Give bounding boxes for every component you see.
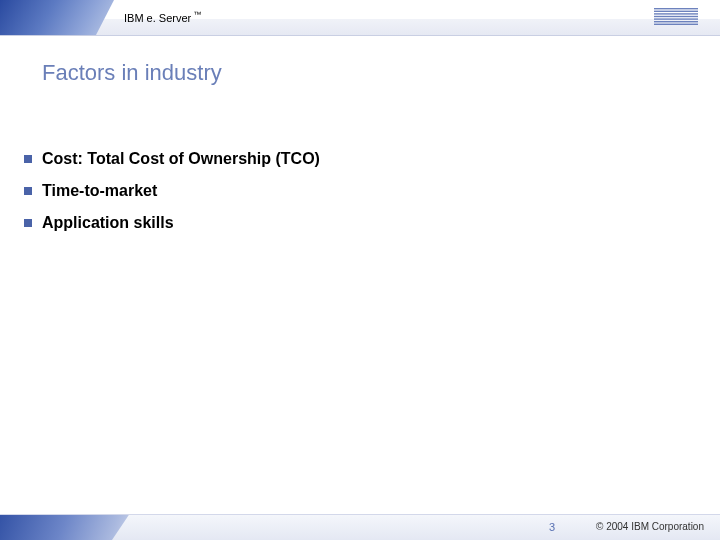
svg-rect-0 [654, 8, 698, 9]
page-number: 3 [549, 521, 555, 533]
slide-title: Factors in industry [42, 60, 222, 86]
list-item: Time-to-market [24, 182, 696, 200]
bullet-marker-icon [24, 187, 32, 195]
bullet-marker-icon [24, 219, 32, 227]
copyright-text: © 2004 IBM Corporation [596, 521, 704, 532]
list-item: Cost: Total Cost of Ownership (TCO) [24, 150, 696, 168]
svg-rect-2 [654, 13, 698, 14]
bullet-text: Application skills [42, 214, 174, 232]
bullet-text: Time-to-market [42, 182, 157, 200]
svg-rect-3 [654, 16, 698, 17]
svg-rect-5 [654, 21, 698, 22]
footer-bar: 3 © 2004 IBM Corporation [0, 514, 720, 540]
bullet-marker-icon [24, 155, 32, 163]
bullet-list: Cost: Total Cost of Ownership (TCO) Time… [24, 150, 696, 246]
ibm-logo-icon [654, 8, 698, 30]
trademark-symbol: ™ [193, 10, 201, 19]
header-bar: IBM e. Server™ [0, 0, 720, 36]
list-item: Application skills [24, 214, 696, 232]
footer-accent-stripe [0, 515, 140, 540]
header-accent-stripe [0, 0, 120, 35]
svg-rect-1 [654, 11, 698, 12]
bullet-text: Cost: Total Cost of Ownership (TCO) [42, 150, 320, 168]
product-name: IBM e. Server [124, 12, 191, 24]
svg-rect-4 [654, 18, 698, 19]
header-product-title: IBM e. Server™ [124, 10, 201, 24]
svg-rect-6 [654, 24, 698, 25]
